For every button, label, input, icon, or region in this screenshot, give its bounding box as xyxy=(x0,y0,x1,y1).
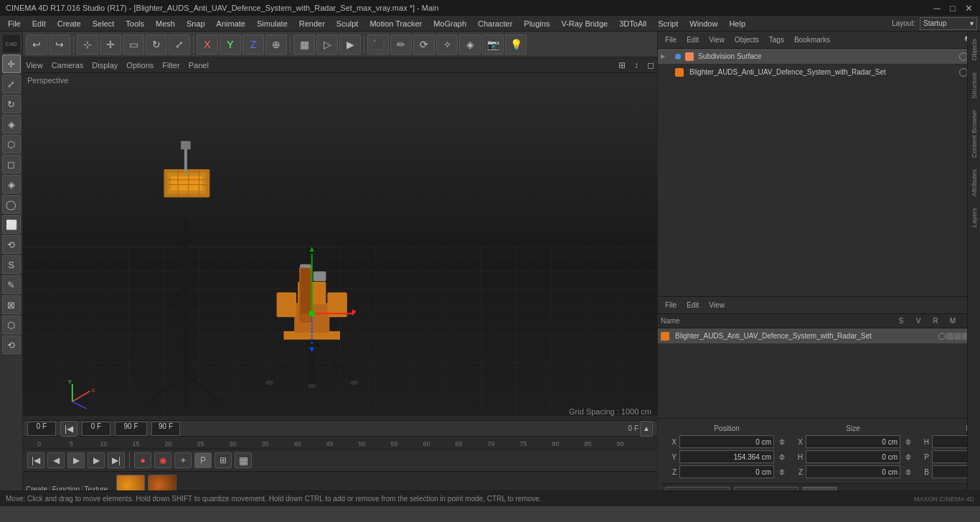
menu-vray-bridge[interactable]: V-Ray Bridge xyxy=(556,18,613,29)
end-frame-input[interactable]: 90 F xyxy=(115,422,147,436)
skip-to-end-btn[interactable]: ▶| xyxy=(108,452,125,468)
side-tab-structure[interactable]: Structure xyxy=(969,68,979,103)
menu-help[interactable]: Help xyxy=(724,18,750,29)
pos-z-input[interactable] xyxy=(679,465,774,478)
move-tool-top[interactable]: ✛ xyxy=(100,34,121,54)
menu-window[interactable]: Window xyxy=(684,18,722,29)
viewport-filter-menu[interactable]: Filter xyxy=(162,61,179,70)
side-tab-objects[interactable]: Objects xyxy=(969,34,979,65)
close-btn[interactable]: ✕ xyxy=(963,2,974,14)
menu-render[interactable]: Render xyxy=(294,18,330,29)
minimize-btn[interactable]: ─ xyxy=(931,2,943,14)
viewport-3d[interactable]: X Y xyxy=(23,73,657,420)
skip-to-start-btn[interactable]: |◀ xyxy=(27,452,44,468)
scale-tool[interactable]: ⤢ xyxy=(2,75,21,93)
viewport-icon-2[interactable]: ↕ xyxy=(634,60,639,70)
y-axis-btn[interactable]: Y xyxy=(220,34,241,54)
tool-12[interactable]: ✎ xyxy=(2,275,21,294)
tool-7[interactable]: ◈ xyxy=(2,175,21,194)
record-btn[interactable]: ● xyxy=(134,452,151,468)
tool-4[interactable]: ◈ xyxy=(2,115,21,133)
menu-sculpt[interactable]: Sculpt xyxy=(331,18,364,29)
menu-tools[interactable]: Tools xyxy=(121,18,149,29)
attr-blighter-row[interactable]: Blighter_AUDS_Anti_UAV_Defence_System_wi… xyxy=(658,328,980,344)
tool-15[interactable]: ⟲ xyxy=(2,336,21,354)
tool-9[interactable]: ⬜ xyxy=(2,215,21,234)
attr-view-menu[interactable]: View xyxy=(705,300,729,310)
auto-key-btn[interactable]: ◉ xyxy=(154,452,171,468)
obj-edit-menu[interactable]: Edit xyxy=(682,34,703,45)
pos-y-arrows[interactable] xyxy=(777,450,787,463)
redo-btn[interactable]: ↪ xyxy=(49,34,70,54)
render-region[interactable]: ▦ xyxy=(293,34,315,54)
nurbs-btn[interactable]: ⟳ xyxy=(413,34,435,54)
tool-11[interactable]: S xyxy=(2,255,21,274)
render-btn[interactable]: ▶ xyxy=(339,34,361,54)
pos-z-arrows[interactable] xyxy=(777,465,787,478)
size-x-arrows[interactable] xyxy=(903,435,913,448)
spline-btn[interactable]: ✏ xyxy=(390,34,412,54)
z-axis-btn[interactable]: Z xyxy=(242,34,264,54)
box-select[interactable]: ▭ xyxy=(123,34,144,54)
menu-character[interactable]: Character xyxy=(473,18,517,29)
menu-edit[interactable]: Edit xyxy=(27,18,51,29)
light-btn[interactable]: 💡 xyxy=(505,34,527,54)
pos-x-arrows[interactable] xyxy=(777,435,787,448)
side-tab-layers[interactable]: Layers xyxy=(969,204,979,232)
blighter-obj-row[interactable]: Blighter_AUDS_Anti_UAV_Defence_System_wi… xyxy=(658,65,980,80)
layout-dropdown[interactable]: Startup ▾ xyxy=(920,17,977,30)
scene-btn[interactable]: ◈ xyxy=(459,34,481,54)
attr-file-menu[interactable]: File xyxy=(661,300,681,310)
viewport-canvas[interactable]: Perspective xyxy=(23,73,657,420)
maximize-btn[interactable]: □ xyxy=(947,2,958,14)
menu-simulate[interactable]: Simulate xyxy=(252,18,293,29)
menu-script[interactable]: Script xyxy=(653,18,683,29)
play-btn[interactable]: ▶ xyxy=(67,452,85,468)
obj-view-menu[interactable]: View xyxy=(705,34,729,45)
tool-14[interactable]: ⬡ xyxy=(2,315,21,334)
marker-end-input[interactable]: 90 F xyxy=(151,422,180,436)
render-view[interactable]: ▷ xyxy=(316,34,338,54)
scale-btn[interactable]: ⤢ xyxy=(169,34,190,54)
viewport-display-menu[interactable]: Display xyxy=(92,61,118,70)
menu-plugins[interactable]: Plugins xyxy=(519,18,555,29)
attr-edit-menu[interactable]: Edit xyxy=(682,300,703,310)
size-z-arrows[interactable] xyxy=(903,465,913,478)
pos-key-btn[interactable]: P xyxy=(194,452,212,468)
menu-create[interactable]: Create xyxy=(52,18,86,29)
undo-btn[interactable]: ↩ xyxy=(26,34,47,54)
menu-3dtoall[interactable]: 3DToAll xyxy=(614,18,651,29)
multi-key-btn[interactable]: ⊞ xyxy=(215,452,232,468)
cursor-tool[interactable]: ⊹ xyxy=(77,34,98,54)
frame-start-btn[interactable]: |◀ xyxy=(60,421,77,437)
side-tab-content-browser[interactable]: Content Browser xyxy=(969,105,979,162)
menu-select[interactable]: Select xyxy=(88,18,120,29)
viewport-cameras-menu[interactable]: Cameras xyxy=(52,61,84,70)
obj-file-menu[interactable]: File xyxy=(661,34,681,45)
current-frame-input[interactable]: 0 F xyxy=(27,422,56,436)
tool-13[interactable]: ⊠ xyxy=(2,295,21,314)
attr-dot-2[interactable] xyxy=(954,333,961,340)
world-btn[interactable]: ⊕ xyxy=(265,34,287,54)
pos-y-input[interactable] xyxy=(679,450,774,463)
motion-key-btn[interactable]: ⌖ xyxy=(174,452,192,468)
menu-mograph[interactable]: MoGraph xyxy=(428,18,471,29)
size-x-input[interactable] xyxy=(806,435,900,448)
move-tool[interactable]: ✛ xyxy=(2,54,21,73)
attr-dot-1[interactable] xyxy=(946,333,953,340)
camera-btn[interactable]: 📷 xyxy=(482,34,504,54)
menu-file[interactable]: File xyxy=(3,18,26,29)
tool-5[interactable]: ⬡ xyxy=(2,135,21,153)
tool-10[interactable]: ⟲ xyxy=(2,235,21,254)
prev-frame-btn[interactable]: ◀ xyxy=(47,452,65,468)
next-frame-btn[interactable]: ▶ xyxy=(88,452,105,468)
tool-8[interactable]: ◯ xyxy=(2,195,21,214)
pos-x-input[interactable] xyxy=(679,435,774,448)
timeline-view-btn[interactable]: ▦ xyxy=(235,452,252,468)
menu-snap[interactable]: Snap xyxy=(182,18,210,29)
viewport-options-menu[interactable]: Options xyxy=(126,61,154,70)
start-frame-input[interactable]: 0 F xyxy=(82,422,110,436)
obj-objects-menu[interactable]: Objects xyxy=(730,34,763,45)
size-h-input[interactable] xyxy=(806,450,900,463)
obj-tags-menu[interactable]: Tags xyxy=(765,34,788,45)
